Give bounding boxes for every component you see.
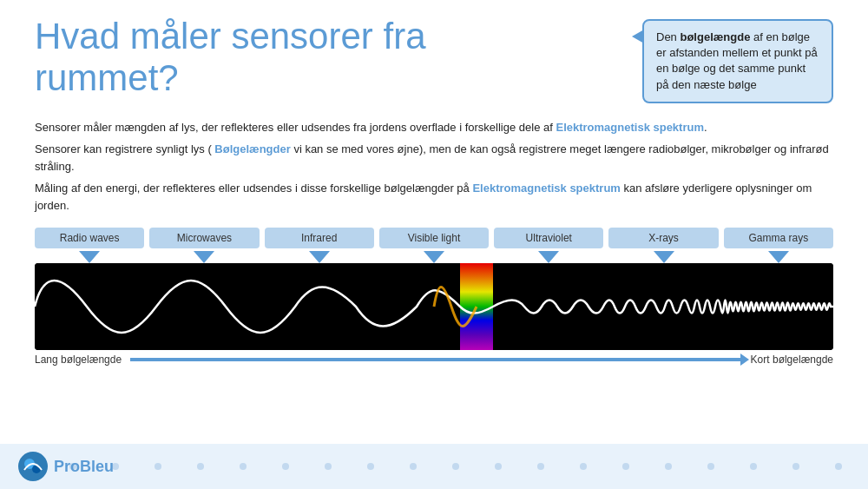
body-text: Sensorer måler mængden af lys, der refle…: [0, 112, 868, 225]
wave-diagram: [35, 263, 833, 350]
svg-point-4: [32, 465, 41, 473]
paragraph-1: Sensorer måler mængden af lys, der refle…: [35, 119, 833, 136]
scale-left-label: Lang bølgelængde: [35, 354, 122, 366]
label-visible-light: Visible light: [379, 228, 489, 248]
paragraph-3: Måling af den energi, der reflekteres el…: [35, 180, 833, 214]
footer-dots-bg: [0, 444, 868, 489]
logo-area: ProBleu: [17, 451, 114, 482]
footer: ProBleu: [0, 444, 868, 489]
arrow-radio: [35, 251, 144, 263]
callout-box: Den bølgelængde af en bølge er afstanden…: [642, 19, 833, 103]
arrows-row: [0, 251, 868, 263]
spectrum-labels-row: Radio waves Microwaves Infrared Visible …: [0, 228, 868, 248]
label-ultraviolet: Ultraviolet: [494, 228, 603, 248]
scale-bar-row: Lang bølgelængde Kort bølgelængde: [0, 350, 868, 366]
arrow-microwave: [149, 251, 259, 263]
header-area: Hvad måler sensorer fra rummet? Den bølg…: [0, 0, 868, 112]
arrow-visible: [379, 251, 489, 263]
arrow-infrared: [265, 251, 374, 263]
arrow-gamma: [724, 251, 833, 263]
arrow-xrays: [608, 251, 718, 263]
scale-right-label: Kort bølgelængde: [751, 354, 833, 366]
label-gamma-rays: Gamma rays: [724, 228, 833, 248]
arrow-ultraviolet: [494, 251, 603, 263]
label-x-rays: X-rays: [608, 228, 718, 248]
logo-icon: [17, 451, 49, 482]
title-block: Hvad måler sensorer fra rummet?: [35, 16, 642, 100]
main-title: Hvad måler sensorer fra rummet?: [35, 16, 642, 100]
page-container: Hvad måler sensorer fra rummet? Den bølg…: [0, 0, 868, 489]
scale-arrow: [130, 358, 742, 361]
logo-text: ProBleu: [54, 458, 114, 476]
label-radio-waves: Radio waves: [35, 228, 144, 248]
paragraph-2: Sensorer kan registrere synligt lys ( Bø…: [35, 141, 833, 175]
label-infrared: Infrared: [265, 228, 374, 248]
label-microwaves: Microwaves: [149, 228, 259, 248]
